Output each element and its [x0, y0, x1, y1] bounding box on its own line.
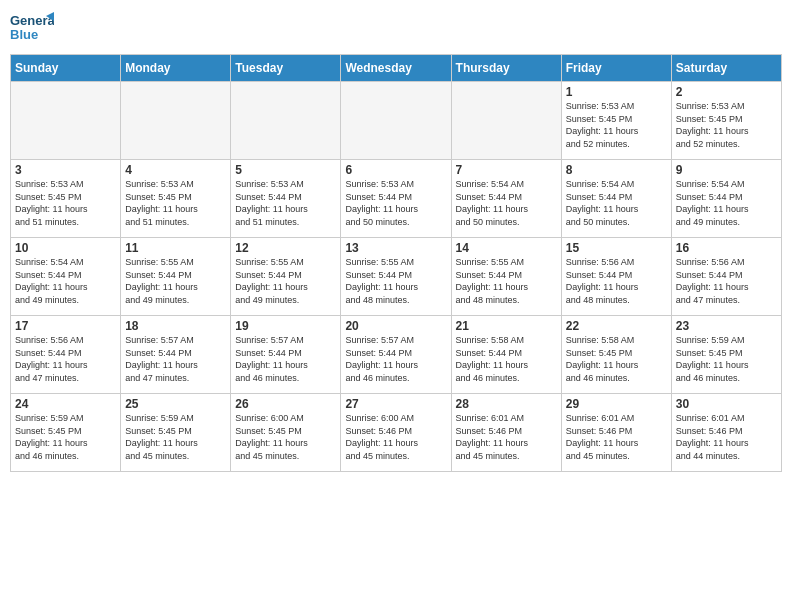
day-cell: 4Sunrise: 5:53 AM Sunset: 5:45 PM Daylig… — [121, 160, 231, 238]
day-number: 4 — [125, 163, 226, 177]
logo: General Blue — [10, 10, 54, 46]
day-number: 15 — [566, 241, 667, 255]
day-number: 17 — [15, 319, 116, 333]
weekday-header-thursday: Thursday — [451, 55, 561, 82]
day-number: 16 — [676, 241, 777, 255]
day-cell: 17Sunrise: 5:56 AM Sunset: 5:44 PM Dayli… — [11, 316, 121, 394]
day-info: Sunrise: 6:01 AM Sunset: 5:46 PM Dayligh… — [676, 412, 777, 462]
day-cell — [231, 82, 341, 160]
day-info: Sunrise: 5:55 AM Sunset: 5:44 PM Dayligh… — [235, 256, 336, 306]
day-cell: 25Sunrise: 5:59 AM Sunset: 5:45 PM Dayli… — [121, 394, 231, 472]
day-cell: 28Sunrise: 6:01 AM Sunset: 5:46 PM Dayli… — [451, 394, 561, 472]
day-cell: 27Sunrise: 6:00 AM Sunset: 5:46 PM Dayli… — [341, 394, 451, 472]
day-info: Sunrise: 5:53 AM Sunset: 5:45 PM Dayligh… — [125, 178, 226, 228]
day-number: 21 — [456, 319, 557, 333]
day-info: Sunrise: 5:56 AM Sunset: 5:44 PM Dayligh… — [676, 256, 777, 306]
day-cell: 5Sunrise: 5:53 AM Sunset: 5:44 PM Daylig… — [231, 160, 341, 238]
day-cell: 29Sunrise: 6:01 AM Sunset: 5:46 PM Dayli… — [561, 394, 671, 472]
day-number: 7 — [456, 163, 557, 177]
day-cell — [121, 82, 231, 160]
day-info: Sunrise: 5:57 AM Sunset: 5:44 PM Dayligh… — [125, 334, 226, 384]
day-cell — [341, 82, 451, 160]
day-info: Sunrise: 5:59 AM Sunset: 5:45 PM Dayligh… — [676, 334, 777, 384]
day-number: 28 — [456, 397, 557, 411]
day-cell: 1Sunrise: 5:53 AM Sunset: 5:45 PM Daylig… — [561, 82, 671, 160]
day-info: Sunrise: 6:00 AM Sunset: 5:46 PM Dayligh… — [345, 412, 446, 462]
day-info: Sunrise: 5:53 AM Sunset: 5:45 PM Dayligh… — [15, 178, 116, 228]
day-cell: 24Sunrise: 5:59 AM Sunset: 5:45 PM Dayli… — [11, 394, 121, 472]
day-cell: 20Sunrise: 5:57 AM Sunset: 5:44 PM Dayli… — [341, 316, 451, 394]
day-cell: 16Sunrise: 5:56 AM Sunset: 5:44 PM Dayli… — [671, 238, 781, 316]
day-number: 19 — [235, 319, 336, 333]
day-cell: 18Sunrise: 5:57 AM Sunset: 5:44 PM Dayli… — [121, 316, 231, 394]
day-info: Sunrise: 6:01 AM Sunset: 5:46 PM Dayligh… — [456, 412, 557, 462]
day-number: 24 — [15, 397, 116, 411]
day-info: Sunrise: 5:55 AM Sunset: 5:44 PM Dayligh… — [345, 256, 446, 306]
day-number: 2 — [676, 85, 777, 99]
day-cell: 2Sunrise: 5:53 AM Sunset: 5:45 PM Daylig… — [671, 82, 781, 160]
day-info: Sunrise: 5:57 AM Sunset: 5:44 PM Dayligh… — [345, 334, 446, 384]
day-info: Sunrise: 5:57 AM Sunset: 5:44 PM Dayligh… — [235, 334, 336, 384]
weekday-header-friday: Friday — [561, 55, 671, 82]
logo-svg: General Blue — [10, 10, 54, 46]
week-row-3: 10Sunrise: 5:54 AM Sunset: 5:44 PM Dayli… — [11, 238, 782, 316]
day-info: Sunrise: 5:54 AM Sunset: 5:44 PM Dayligh… — [15, 256, 116, 306]
week-row-4: 17Sunrise: 5:56 AM Sunset: 5:44 PM Dayli… — [11, 316, 782, 394]
day-cell — [451, 82, 561, 160]
day-number: 13 — [345, 241, 446, 255]
day-info: Sunrise: 5:53 AM Sunset: 5:44 PM Dayligh… — [235, 178, 336, 228]
day-number: 27 — [345, 397, 446, 411]
day-info: Sunrise: 5:54 AM Sunset: 5:44 PM Dayligh… — [566, 178, 667, 228]
day-number: 18 — [125, 319, 226, 333]
day-number: 29 — [566, 397, 667, 411]
day-cell: 3Sunrise: 5:53 AM Sunset: 5:45 PM Daylig… — [11, 160, 121, 238]
day-number: 23 — [676, 319, 777, 333]
day-info: Sunrise: 5:58 AM Sunset: 5:45 PM Dayligh… — [566, 334, 667, 384]
day-info: Sunrise: 5:54 AM Sunset: 5:44 PM Dayligh… — [676, 178, 777, 228]
day-cell: 12Sunrise: 5:55 AM Sunset: 5:44 PM Dayli… — [231, 238, 341, 316]
weekday-header-tuesday: Tuesday — [231, 55, 341, 82]
day-cell: 23Sunrise: 5:59 AM Sunset: 5:45 PM Dayli… — [671, 316, 781, 394]
day-info: Sunrise: 5:53 AM Sunset: 5:44 PM Dayligh… — [345, 178, 446, 228]
day-info: Sunrise: 5:59 AM Sunset: 5:45 PM Dayligh… — [125, 412, 226, 462]
day-info: Sunrise: 5:55 AM Sunset: 5:44 PM Dayligh… — [456, 256, 557, 306]
day-cell: 21Sunrise: 5:58 AM Sunset: 5:44 PM Dayli… — [451, 316, 561, 394]
day-cell: 11Sunrise: 5:55 AM Sunset: 5:44 PM Dayli… — [121, 238, 231, 316]
day-cell: 26Sunrise: 6:00 AM Sunset: 5:45 PM Dayli… — [231, 394, 341, 472]
day-info: Sunrise: 5:59 AM Sunset: 5:45 PM Dayligh… — [15, 412, 116, 462]
weekday-header-monday: Monday — [121, 55, 231, 82]
day-number: 3 — [15, 163, 116, 177]
day-info: Sunrise: 5:53 AM Sunset: 5:45 PM Dayligh… — [566, 100, 667, 150]
day-number: 25 — [125, 397, 226, 411]
day-info: Sunrise: 6:01 AM Sunset: 5:46 PM Dayligh… — [566, 412, 667, 462]
day-number: 9 — [676, 163, 777, 177]
day-cell: 6Sunrise: 5:53 AM Sunset: 5:44 PM Daylig… — [341, 160, 451, 238]
day-info: Sunrise: 5:55 AM Sunset: 5:44 PM Dayligh… — [125, 256, 226, 306]
day-number: 6 — [345, 163, 446, 177]
day-number: 14 — [456, 241, 557, 255]
day-number: 5 — [235, 163, 336, 177]
weekday-header-row: SundayMondayTuesdayWednesdayThursdayFrid… — [11, 55, 782, 82]
week-row-2: 3Sunrise: 5:53 AM Sunset: 5:45 PM Daylig… — [11, 160, 782, 238]
day-number: 8 — [566, 163, 667, 177]
day-cell: 30Sunrise: 6:01 AM Sunset: 5:46 PM Dayli… — [671, 394, 781, 472]
day-cell: 9Sunrise: 5:54 AM Sunset: 5:44 PM Daylig… — [671, 160, 781, 238]
day-cell: 19Sunrise: 5:57 AM Sunset: 5:44 PM Dayli… — [231, 316, 341, 394]
day-info: Sunrise: 5:54 AM Sunset: 5:44 PM Dayligh… — [456, 178, 557, 228]
page-header: General Blue — [10, 10, 782, 46]
weekday-header-saturday: Saturday — [671, 55, 781, 82]
day-info: Sunrise: 6:00 AM Sunset: 5:45 PM Dayligh… — [235, 412, 336, 462]
day-number: 30 — [676, 397, 777, 411]
day-cell: 13Sunrise: 5:55 AM Sunset: 5:44 PM Dayli… — [341, 238, 451, 316]
day-number: 1 — [566, 85, 667, 99]
day-info: Sunrise: 5:53 AM Sunset: 5:45 PM Dayligh… — [676, 100, 777, 150]
day-cell: 15Sunrise: 5:56 AM Sunset: 5:44 PM Dayli… — [561, 238, 671, 316]
day-info: Sunrise: 5:56 AM Sunset: 5:44 PM Dayligh… — [15, 334, 116, 384]
day-number: 20 — [345, 319, 446, 333]
day-number: 22 — [566, 319, 667, 333]
day-info: Sunrise: 5:56 AM Sunset: 5:44 PM Dayligh… — [566, 256, 667, 306]
day-number: 11 — [125, 241, 226, 255]
svg-text:General: General — [10, 13, 54, 28]
day-cell: 22Sunrise: 5:58 AM Sunset: 5:45 PM Dayli… — [561, 316, 671, 394]
day-cell: 10Sunrise: 5:54 AM Sunset: 5:44 PM Dayli… — [11, 238, 121, 316]
